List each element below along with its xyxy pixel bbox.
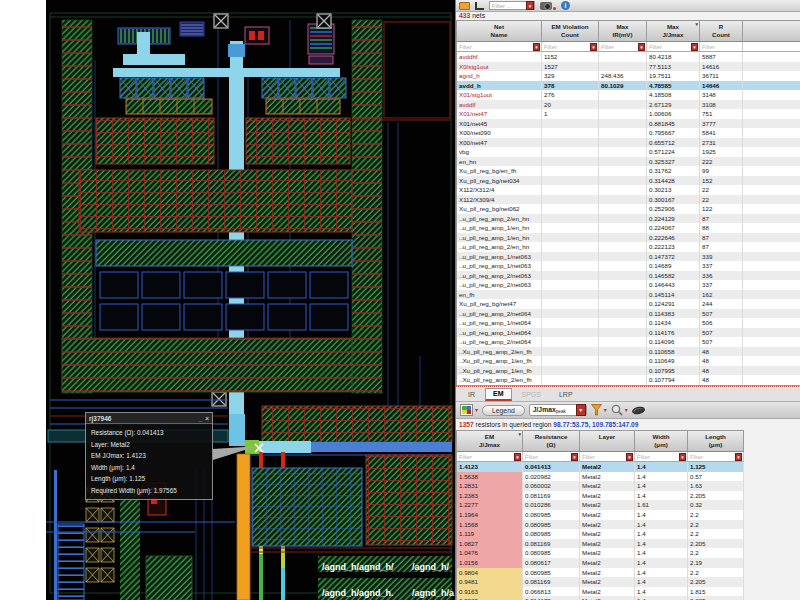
table-row[interactable]: avdd_h37880.10294.7858514646 [457, 81, 800, 91]
table-row[interactable]: ..u_pll_reg_amp_1/net0630.14689337 [457, 261, 800, 271]
layout-canvas[interactable]: /agnd_h/agnd_h/ /agnd_h/ /agnd_h/agnd_h.… [46, 0, 455, 600]
chevron-down-icon[interactable]: ▾ [576, 404, 586, 416]
table-row[interactable]: 0.90350.014172Metal21.40.385 [457, 596, 744, 600]
column-header[interactable]: Length (μm) [688, 431, 744, 452]
filter-input[interactable]: Filter▾ [580, 452, 635, 462]
filter-dropdown-icon[interactable]: ▾ [590, 43, 597, 51]
table-row[interactable]: ..u_pll_reg_amp_1/net0640.11434506 [457, 318, 800, 328]
folder-icon[interactable] [459, 2, 470, 10]
probe-icon[interactable] [631, 405, 645, 415]
filter-input[interactable]: Filter▾ [688, 452, 744, 462]
table-row[interactable]: X01/net4711.00606751 [457, 109, 800, 119]
chevron-down-icon[interactable]: ▾ [604, 407, 607, 413]
filter-input[interactable]: Filter▾ [635, 452, 688, 462]
table-row[interactable]: 1.15680.080985Metal21.42.2 [457, 520, 744, 530]
table-row[interactable]: X01/stg1out2764.185083148 [457, 90, 800, 100]
info-icon[interactable]: i [561, 1, 570, 10]
resistors-table[interactable]: EM J/Jmax▾Resistance (Ω)LayerWidth (μm)L… [456, 430, 744, 600]
table-row[interactable]: X0/stg1out152777.511314616 [457, 62, 800, 72]
filter-input[interactable]: Filter▾ [523, 452, 580, 462]
tab-spgs[interactable]: SPGS [514, 389, 549, 401]
filter-input[interactable]: Filter▾ [542, 42, 599, 52]
column-header[interactable]: EM J/Jmax▾ [457, 431, 523, 452]
table-row[interactable]: 1.28310.060002Metal21.41.63 [457, 481, 744, 491]
table-row[interactable]: ..Xu_pll_reg_amp_2/en_fh0.10779448 [457, 375, 800, 385]
pin-marker-icon[interactable] [214, 14, 228, 28]
table-row[interactable]: vbg0.5712241925 [457, 147, 800, 157]
filter-dropdown-icon[interactable]: ▾ [571, 453, 578, 461]
nets-table[interactable]: Net NameEM Violation CountMax IR(mV)Max … [456, 20, 800, 386]
table-row[interactable]: 0.91630.066813Metal21.41.815 [457, 587, 744, 597]
zoom-search-icon[interactable] [611, 404, 623, 416]
column-header[interactable]: Max J/Jmax▾ [647, 21, 700, 42]
metric-select[interactable]: J/Jmaxpeak ▾ [529, 404, 587, 416]
table-row[interactable]: ..u_pll_reg_amp_2/net0630.146582336 [457, 271, 800, 281]
minimize-icon[interactable]: _ [199, 415, 203, 422]
filter-dropdown-icon[interactable]: ▾ [679, 453, 686, 461]
table-row[interactable]: X00/net0900.7956675841 [457, 128, 800, 138]
table-row[interactable]: X112/X309/40.30016722 [457, 195, 800, 205]
resistor-tooltip-window[interactable]: rj37946 _ × Resistance (Ω): 0.041413 Lay… [85, 412, 213, 500]
filter-input[interactable]: Filter▾ [457, 42, 542, 52]
table-row[interactable]: ..u_pll_reg_amp_2/en_hn0.22212387 [457, 242, 800, 252]
pin-marker-icon[interactable] [212, 392, 226, 406]
table-row[interactable]: en_hn0.325327222 [457, 157, 800, 167]
chevron-down-icon[interactable]: ▾ [526, 1, 534, 10]
table-row[interactable]: en_fh0.145114162 [457, 290, 800, 300]
table-row[interactable]: agnd_h329248.43619.751136711 [457, 71, 800, 81]
table-row[interactable]: 1.41230.041413Metal21.41.125 [457, 462, 744, 472]
filter-input[interactable]: Filter▾ [457, 452, 523, 462]
table-row[interactable]: 0.94810.081169Metal21.42.205 [457, 577, 744, 587]
filter-input[interactable]: Filter▾ [647, 42, 700, 52]
filter-dropdown-icon[interactable]: ▾ [638, 43, 645, 51]
column-header[interactable]: EM Violation Count [542, 21, 599, 42]
table-row[interactable]: ..u_pll_reg_amp_2/net0630.146443337 [457, 280, 800, 290]
table-row[interactable]: ..Xu_pll_reg_amp_1/en_fh0.11064948 [457, 356, 800, 366]
table-row[interactable]: avddhf115280.42185887 [457, 52, 800, 62]
colormap-icon[interactable] [460, 404, 473, 416]
chevron-down-icon[interactable]: ▾ [475, 407, 478, 413]
table-row[interactable]: Xu_pll_reg_bg/net0620.252906122 [457, 204, 800, 214]
column-header[interactable]: Resistance (Ω) [523, 431, 580, 452]
table-row[interactable]: 1.04760.080985Metal21.42.2 [457, 548, 744, 558]
table-row[interactable]: ..u_pll_reg_amp_1/net0640.114176507 [457, 328, 800, 338]
table-row[interactable]: ..u_pll_reg_amp_1/en_hn0.22264687 [457, 233, 800, 243]
filter-input[interactable]: Filter [700, 42, 743, 52]
table-row[interactable]: ..Xu_pll_reg_amp_1/en_fh0.10799548 [457, 366, 800, 376]
table-row[interactable]: Xu_pll_reg_bg/net470.124291244 [457, 299, 800, 309]
table-row[interactable]: 1.56380.020982Metal21.40.57 [457, 472, 744, 482]
table-row[interactable]: 1.22770.010286Metal21.610.32 [457, 500, 744, 510]
table-row[interactable]: ..u_pll_reg_amp_2/net0640.114096507 [457, 337, 800, 347]
filter-dropdown-icon[interactable]: ▾ [691, 43, 698, 51]
filter-funnel-icon[interactable] [591, 404, 602, 416]
table-row[interactable]: X01/net450.8818453777 [457, 119, 800, 129]
net-filter-combo[interactable]: Filter ... ▾ [489, 1, 535, 10]
table-row[interactable]: X112/X312/40.3021322 [457, 185, 800, 195]
legend-button[interactable]: Legend [482, 405, 525, 416]
column-header[interactable]: Layer [580, 431, 635, 452]
filter-dropdown-icon[interactable]: ▾ [735, 453, 742, 461]
table-row[interactable]: Xu_pll_reg_bg/en_fh0.3176299 [457, 166, 800, 176]
table-row[interactable]: 1.1190.080985Metal21.42.2 [457, 529, 744, 539]
camera-icon[interactable] [540, 2, 552, 10]
chevron-down-icon[interactable]: ▾ [625, 407, 628, 413]
column-header[interactable]: Width (μm) [635, 431, 688, 452]
table-row[interactable]: 0.98040.080985Metal21.42.2 [457, 568, 744, 578]
column-header[interactable]: Net Name [457, 21, 542, 42]
table-row[interactable]: 1.08270.081169Metal21.42.205 [457, 539, 744, 549]
table-row[interactable]: Xu_pll_reg_bg/net0340.314428152 [457, 176, 800, 186]
trace-tool-icon[interactable] [475, 2, 484, 10]
table-row[interactable]: ..u_pll_reg_amp_2/net0640.114383507 [457, 309, 800, 319]
filter-dropdown-icon[interactable]: ▾ [514, 453, 521, 461]
table-row[interactable]: ..Xu_pll_reg_amp_2/en_fh0.11065848 [457, 347, 800, 357]
pin-marker-icon[interactable] [317, 14, 331, 28]
table-row[interactable]: 1.23830.081169Metal21.42.205 [457, 491, 744, 501]
table-row[interactable]: ..u_pll_reg_amp_1/en_hn0.22406788 [457, 223, 800, 233]
table-row[interactable]: ..u_pll_reg_amp_2/en_hn0.22412987 [457, 214, 800, 224]
table-row[interactable]: 1.01560.080617Metal21.42.19 [457, 558, 744, 568]
table-row[interactable]: ..u_pll_reg_amp_1/net0630.147372339 [457, 252, 800, 262]
filter-dropdown-icon[interactable]: ▾ [626, 453, 633, 461]
tab-lrp[interactable]: LRP [551, 389, 581, 401]
tab-ir[interactable]: IR [460, 389, 483, 401]
table-row[interactable]: X00/net470.6557122731 [457, 138, 800, 148]
